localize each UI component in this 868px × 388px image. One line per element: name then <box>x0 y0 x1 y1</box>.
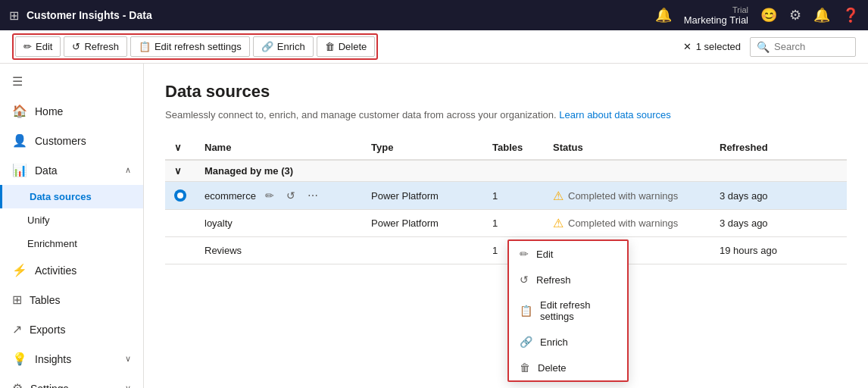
row-refreshed: 3 days ago <box>710 210 847 237</box>
topbar: ⊞ Customer Insights - Data 🔔 Trial Marke… <box>0 0 868 30</box>
trial-name: Marketing Trial <box>684 14 748 26</box>
context-menu-enrich[interactable]: 🔗 Enrich <box>509 329 627 355</box>
customers-icon: 👤 <box>12 133 27 148</box>
row-check[interactable] <box>165 182 195 210</box>
context-delete-icon: 🗑 <box>520 361 530 374</box>
row-check[interactable] <box>165 210 195 237</box>
row-tables: 1 <box>483 210 544 237</box>
sidebar-subitem-enrichment-label: Enrichment <box>27 238 77 249</box>
row-name: loyalty <box>195 210 362 237</box>
sidebar-item-insights[interactable]: 💡 Insights ∨ <box>0 344 143 374</box>
settings-chevron: ∨ <box>125 383 131 388</box>
toolbar-action-group: ✏ Edit ↺ Refresh 📋 Edit refresh settings… <box>12 33 378 60</box>
data-chevron: ∧ <box>125 165 131 175</box>
col-type[interactable]: Type <box>362 136 483 160</box>
sidebar-item-data[interactable]: 📊 Data ∧ <box>0 155 143 185</box>
row-more-btn[interactable]: ⋯ <box>304 188 321 203</box>
row-type: Power Platform <box>362 210 483 237</box>
table-row[interactable]: loyalty Power Platform 1 ⚠ Completed wit… <box>165 210 847 237</box>
row-status: ⚠ Completed with warnings <box>544 182 710 210</box>
bell-icon[interactable]: 🔔 <box>655 7 672 23</box>
context-edit-label: Edit <box>536 249 553 260</box>
search-input[interactable] <box>774 41 849 52</box>
context-menu-edit[interactable]: ✏ Edit <box>509 241 627 267</box>
group-label: Managed by me (3) <box>195 160 847 182</box>
context-menu-edit-refresh[interactable]: 📋 Edit refresh settings <box>509 293 627 329</box>
trial-info: Trial Marketing Trial <box>684 5 748 26</box>
delete-button[interactable]: 🗑 Delete <box>317 36 376 57</box>
main-layout: ☰ 🏠 Home 👤 Customers 📊 Data ∧ Data sourc… <box>0 64 868 388</box>
sidebar-subitem-unify-label: Unify <box>27 214 50 226</box>
row-type: Power Platform <box>362 182 483 210</box>
sidebar-item-activities-label: Activities <box>35 264 76 277</box>
content-area: Data sources Seamlessly connect to, enri… <box>144 64 868 388</box>
sidebar-item-home-label: Home <box>35 105 63 117</box>
context-enrich-icon: 🔗 <box>520 336 532 348</box>
context-edit-icon: ✏ <box>520 248 529 260</box>
sidebar-subitem-datasources[interactable]: Data sources <box>0 185 143 208</box>
sidebar-item-data-label: Data <box>35 164 58 177</box>
sidebar-item-insights-label: Insights <box>35 353 71 365</box>
context-delete-label: Delete <box>538 362 567 374</box>
sidebar-item-tables[interactable]: ⊞ Tables <box>0 285 143 314</box>
sidebar-item-exports[interactable]: ↗ Exports <box>0 314 143 344</box>
settings-icon[interactable]: ⚙ <box>789 7 801 23</box>
sidebar-item-home[interactable]: 🏠 Home <box>0 96 143 126</box>
page-title: Data sources <box>165 82 847 102</box>
collapse-icon[interactable]: ∨ <box>174 142 182 153</box>
table-row[interactable]: ecommerce ✏ ↺ ⋯ Power Platform 1 ⚠ Compl… <box>165 182 847 210</box>
activities-icon: ⚡ <box>12 263 27 277</box>
context-menu: ✏ Edit ↺ Refresh 📋 Edit refresh settings… <box>507 239 629 382</box>
page-description: Seamlessly connect to, enrich, and manag… <box>165 109 847 120</box>
learn-more-link[interactable]: Learn about data sources <box>559 109 670 120</box>
enrich-icon: 🔗 <box>261 41 273 52</box>
toolbar-right: ✕ 1 selected 🔍 <box>683 37 856 57</box>
edit-button[interactable]: ✏ Edit <box>15 36 61 57</box>
selected-badge: ✕ 1 selected <box>683 41 741 52</box>
sidebar-item-activities[interactable]: ⚡ Activities <box>0 255 143 285</box>
row-name: ecommerce ✏ ↺ ⋯ <box>195 182 362 210</box>
app-title: Customer Insights - Data <box>27 9 648 21</box>
context-enrich-label: Enrich <box>540 336 568 348</box>
context-menu-delete[interactable]: 🗑 Delete <box>509 355 627 380</box>
sidebar-subitem-datasources-label: Data sources <box>30 191 92 202</box>
sidebar-item-hamburger[interactable]: ☰ <box>0 67 143 96</box>
context-menu-refresh[interactable]: ↺ Refresh <box>509 267 627 293</box>
sidebar-item-tables-label: Tables <box>30 294 60 306</box>
group-row-managed: ∨ Managed by me (3) <box>165 160 847 182</box>
insights-chevron: ∨ <box>125 354 131 364</box>
close-icon[interactable]: ✕ <box>683 41 692 52</box>
sidebar-item-customers[interactable]: 👤 Customers <box>0 126 143 155</box>
context-edit-refresh-label: Edit refresh settings <box>540 299 617 322</box>
col-tables[interactable]: Tables <box>483 136 544 160</box>
group-collapse-icon[interactable]: ∨ <box>174 165 182 177</box>
refresh-button[interactable]: ↺ Refresh <box>64 36 127 57</box>
sidebar-subitem-enrichment[interactable]: Enrichment <box>0 232 143 255</box>
col-check: ∨ <box>165 136 195 160</box>
row-check[interactable] <box>165 237 195 264</box>
row-tables: 1 <box>483 182 544 210</box>
row-edit-btn[interactable]: ✏ <box>262 188 277 203</box>
tables-icon: ⊞ <box>12 293 22 307</box>
row-refresh-btn[interactable]: ↺ <box>283 188 298 203</box>
data-sources-table: ∨ Name Type Tables Status Refreshed ∨ Ma… <box>165 136 847 264</box>
enrich-button[interactable]: 🔗 Enrich <box>253 36 314 57</box>
edit-refresh-icon: 📋 <box>139 41 151 52</box>
col-refreshed[interactable]: Refreshed <box>710 136 847 160</box>
trial-label: Trial <box>684 5 748 14</box>
table-row[interactable]: Reviews 1 ✓ Successful 19 hours ago <box>165 237 847 264</box>
sidebar-item-exports-label: Exports <box>30 324 65 336</box>
grid-icon[interactable]: ⊞ <box>9 8 19 23</box>
search-box[interactable]: 🔍 <box>750 37 856 57</box>
row-type <box>362 237 483 264</box>
edit-refresh-settings-button[interactable]: 📋 Edit refresh settings <box>130 36 250 57</box>
exports-icon: ↗ <box>12 322 22 336</box>
notifications-icon[interactable]: 🔔 <box>813 7 830 23</box>
sidebar-subitem-unify[interactable]: Unify <box>0 208 143 232</box>
help-icon[interactable]: ❓ <box>842 7 859 23</box>
sidebar-item-settings[interactable]: ⚙ Settings ∨ <box>0 374 143 388</box>
user-icon[interactable]: 😊 <box>760 7 777 23</box>
sidebar: ☰ 🏠 Home 👤 Customers 📊 Data ∧ Data sourc… <box>0 64 144 388</box>
col-name[interactable]: Name <box>195 136 362 160</box>
col-status[interactable]: Status <box>544 136 710 160</box>
